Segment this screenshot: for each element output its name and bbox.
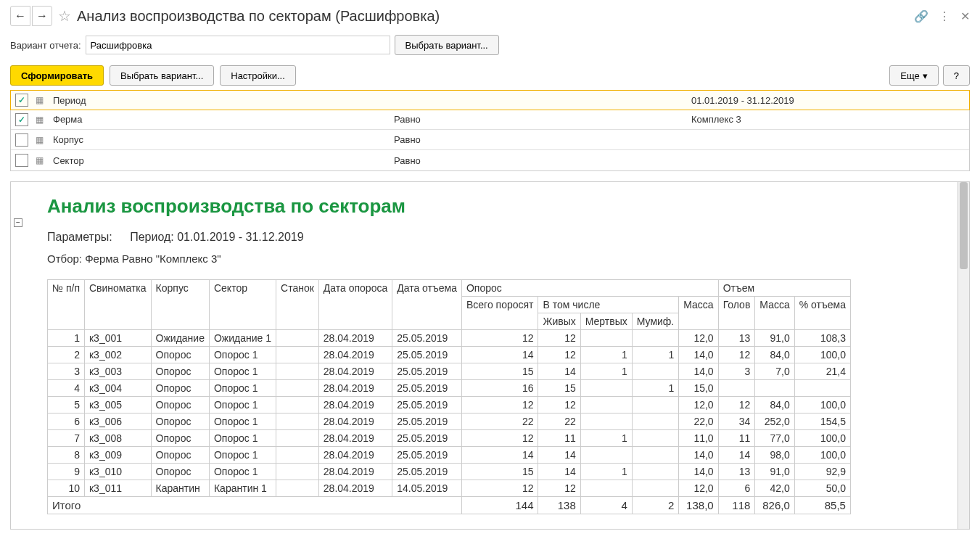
filter-icon: ▦ [36, 95, 46, 105]
filter-operator: Равно [394, 134, 684, 145]
forward-button[interactable]: → [32, 6, 52, 26]
table-row: 9к3_010ОпоросОпорос 128.04.201925.05.201… [48, 464, 851, 480]
settings-button[interactable]: Настройки... [220, 65, 296, 86]
link-icon[interactable]: 🔗 [914, 9, 928, 23]
filter-row[interactable]: ▦Период01.01.2019 - 31.12.2019 [10, 90, 970, 110]
table-row: 8к3_009ОпоросОпорос 128.04.201925.05.201… [48, 447, 851, 464]
variant-input[interactable] [86, 36, 390, 54]
col-farrow-group: Опорос [461, 280, 718, 297]
filter-summary: Отбор: Ферма Равно "Комплекс 3" [47, 252, 950, 265]
table-row: 4к3_004ОпоросОпорос 128.04.201925.05.201… [48, 380, 851, 397]
table-row: 3к3_003ОпоросОпорос 128.04.201925.05.201… [48, 363, 851, 380]
col-including: В том числе [538, 297, 679, 313]
table-row: 6к3_006ОпоросОпорос 128.04.201925.05.201… [48, 413, 851, 430]
filter-name: Корпус [53, 134, 387, 145]
page-title: Анализ воспроизводства по секторам (Расш… [77, 8, 440, 25]
col-wean-mass: Масса [755, 297, 794, 330]
table-row: 10к3_011КарантинКарантин 128.04.201914.0… [48, 480, 851, 497]
filter-checkbox[interactable] [15, 154, 28, 167]
table-total-row: Итого14413842138,0118826,085,5 [48, 497, 851, 514]
params-value: Период: 01.01.2019 - 31.12.2019 [130, 231, 303, 243]
filter-panel: ▦Период01.01.2019 - 31.12.2019▦ФермаРавн… [10, 90, 970, 171]
variant-label: Вариант отчета: [10, 40, 81, 51]
filter-operator: Равно [394, 155, 684, 166]
report-title: Анализ воспроизводства по секторам [47, 195, 950, 218]
filter-icon: ▦ [36, 115, 46, 125]
vertical-scrollbar[interactable] [958, 182, 969, 529]
table-row: 7к3_008ОпоросОпорос 128.04.201925.05.201… [48, 430, 851, 447]
col-pen: Станок [276, 280, 319, 330]
filter-icon: ▦ [36, 135, 46, 145]
choose-variant-button-top[interactable]: Выбрать вариант... [395, 35, 499, 55]
filter-icon: ▦ [36, 155, 46, 165]
filter-checkbox[interactable] [15, 133, 28, 147]
col-dead: Мертвых [580, 313, 632, 330]
col-wean-group: Отъем [718, 280, 850, 297]
report-table: № п/п Свиноматка Корпус Сектор Станок Да… [47, 279, 851, 514]
col-alive: Живых [538, 313, 580, 330]
scrollbar-thumb[interactable] [960, 182, 968, 269]
filter-value: Комплекс 3 [691, 114, 965, 125]
col-total-piglets: Всего поросят [461, 297, 538, 330]
col-sector: Сектор [209, 280, 276, 330]
choose-variant-button[interactable]: Выбрать вариант... [110, 65, 214, 86]
filter-value: 01.01.2019 - 31.12.2019 [691, 95, 965, 106]
generate-button[interactable]: Сформировать [10, 65, 104, 86]
col-wean-date: Дата отъема [392, 280, 462, 330]
kebab-menu-icon[interactable]: ⋮ [939, 9, 950, 23]
filter-row[interactable]: ▦ФермаРавноКомплекс 3 [11, 110, 969, 130]
filter-checkbox[interactable] [15, 113, 28, 126]
col-farrow-date: Дата опороса [318, 280, 392, 330]
col-pct-wean: % отъема [794, 297, 850, 330]
back-button[interactable]: ← [10, 6, 30, 26]
favorite-star-icon[interactable]: ☆ [58, 7, 71, 25]
table-row: 2к3_002ОпоросОпорос 128.04.201925.05.201… [48, 347, 851, 363]
filter-name: Ферма [53, 114, 387, 125]
params-label: Параметры: [47, 231, 112, 243]
col-mass: Масса [679, 297, 718, 330]
filter-name: Период [53, 95, 387, 106]
help-button[interactable]: ? [943, 65, 970, 86]
table-row: 1к3_001ОжиданиеОжидание 128.04.201925.05… [48, 330, 851, 347]
filter-operator: Равно [394, 114, 684, 125]
col-building: Корпус [151, 280, 209, 330]
filter-checkbox[interactable] [15, 94, 28, 107]
col-mummif: Мумиф. [632, 313, 679, 330]
col-num: № п/п [48, 280, 85, 330]
col-sow: Свиноматка [84, 280, 151, 330]
chevron-down-icon: ▾ [923, 70, 928, 81]
filter-row[interactable]: ▦КорпусРавно [11, 130, 969, 150]
close-icon[interactable]: ✕ [960, 9, 970, 23]
more-button[interactable]: Еще▾ [889, 65, 938, 86]
col-wean-heads: Голов [718, 297, 755, 330]
collapse-toggle[interactable]: − [14, 218, 22, 227]
table-row: 5к3_005ОпоросОпорос 128.04.201925.05.201… [48, 397, 851, 413]
filter-name: Сектор [53, 155, 387, 166]
collapse-gutter: − [11, 182, 25, 529]
filter-row[interactable]: ▦СекторРавно [11, 150, 969, 170]
